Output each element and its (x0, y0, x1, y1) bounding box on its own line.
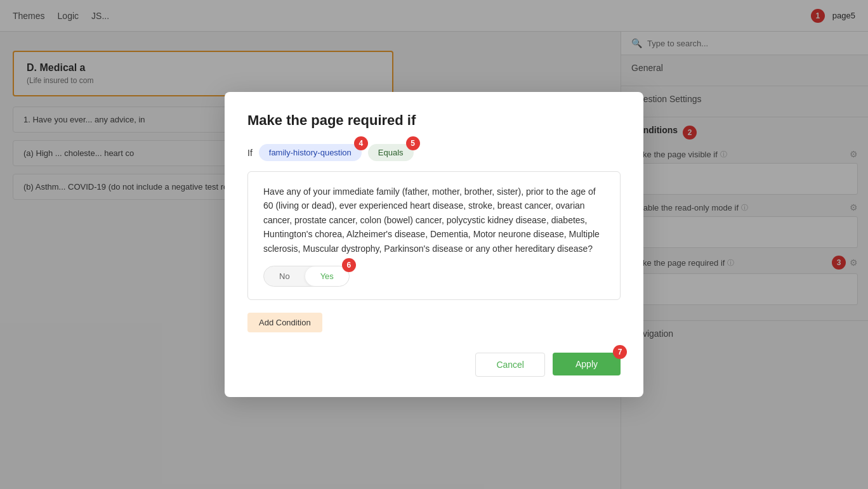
modal-overlay: Make the page required if If 4 family-hi… (0, 0, 868, 489)
answer-card: Have any of your immediate family (fathe… (247, 171, 621, 300)
modal-if-label: If (247, 148, 253, 158)
badge-7: 7 (613, 345, 627, 359)
add-condition-button[interactable]: Add Condition (247, 313, 322, 332)
modal-title: Make the page required if (247, 112, 621, 129)
modal-dialog: Make the page required if If 4 family-hi… (225, 92, 643, 397)
modal-condition-row: If 4 family-history-question 5 Equals (247, 144, 621, 161)
question-pill[interactable]: family-history-question (259, 144, 362, 161)
apply-button[interactable]: Apply (553, 353, 621, 375)
modal-actions: Cancel 7 Apply (247, 353, 621, 377)
toggle-no[interactable]: No (264, 266, 305, 286)
badge-4: 4 (354, 136, 368, 150)
yes-no-toggle: No Yes (263, 266, 350, 287)
cancel-button[interactable]: Cancel (475, 353, 545, 377)
toggle-yes[interactable]: Yes (305, 266, 349, 286)
badge-5: 5 (406, 136, 420, 150)
badge-6: 6 (342, 258, 356, 272)
answer-text: Have any of your immediate family (fathe… (263, 185, 605, 256)
